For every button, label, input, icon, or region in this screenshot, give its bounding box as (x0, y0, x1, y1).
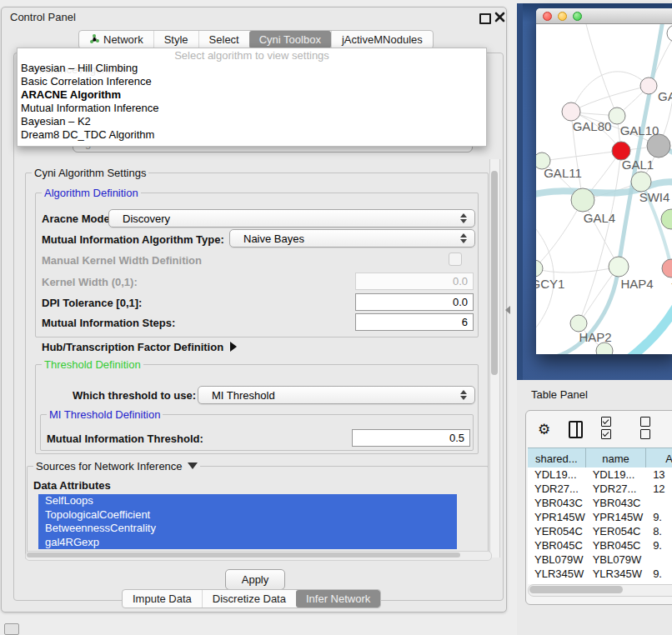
network-node[interactable] (536, 260, 543, 277)
network-node[interactable] (631, 172, 651, 192)
table-cell: YLR345W (528, 567, 586, 581)
network-node[interactable] (647, 134, 670, 158)
which-threshold-select[interactable]: MI Threshold (198, 386, 475, 404)
deselect-all-icon[interactable] (640, 417, 661, 442)
network-icon (89, 33, 100, 47)
network-node[interactable] (609, 257, 629, 277)
scrollbar-thumb[interactable] (27, 552, 460, 558)
network-node[interactable] (562, 102, 580, 121)
float-window-icon[interactable] (479, 13, 491, 24)
table-row[interactable]: YLR345WYLR345W9. (528, 567, 672, 581)
split-pane-handle-icon[interactable] (505, 306, 510, 314)
minimize-traffic-light-icon[interactable] (558, 12, 567, 21)
close-icon[interactable] (494, 12, 505, 22)
table-cell: 9. (646, 538, 672, 552)
network-edge[interactable] (542, 151, 621, 161)
column-header[interactable]: shared... (528, 448, 586, 468)
mi-threshold-field[interactable] (352, 429, 470, 447)
network-edge[interactable] (586, 24, 617, 116)
column-header[interactable]: A (646, 448, 672, 468)
table-row[interactable]: YBR043CYBR043C (528, 496, 672, 510)
algorithm-option[interactable]: Bayesian – Hill Climbing (21, 62, 483, 75)
tab-impute-data[interactable]: Impute Data (123, 590, 202, 608)
collapse-down-icon[interactable] (188, 462, 198, 469)
table-row[interactable]: YBR045CYBR045C9. (528, 538, 672, 552)
apply-button[interactable]: Apply (225, 569, 285, 590)
algorithm-option[interactable]: Basic Correlation Inference (21, 75, 483, 88)
attribute-item[interactable]: BetweennessCentrality (38, 522, 457, 536)
network-node[interactable] (571, 188, 594, 212)
minimized-panel-icon[interactable] (4, 623, 19, 635)
network-edge[interactable] (579, 151, 621, 323)
settings-horizontal-scrollbar[interactable] (25, 551, 492, 561)
table-row[interactable]: YPR145WYPR145W9. (528, 510, 672, 524)
control-panel-tabs: Network Style Select Cyni Toolbox jActiv… (78, 30, 434, 49)
attribute-item[interactable]: gal4RGexp (38, 536, 457, 550)
data-attributes-list: SelfLoopsTopologicalCoefficientBetweenne… (38, 494, 457, 549)
network-edge[interactable] (536, 200, 583, 268)
settings-vertical-scrollbar[interactable] (489, 159, 500, 558)
table-horizontal-scrollbar[interactable] (528, 584, 672, 597)
network-canvas[interactable]: GALGAL80GAL10GAL1GAL11SWI4GAL4GCY1HAP4YH… (536, 24, 672, 354)
algorithm-option[interactable]: Mutual Information Inference (21, 102, 483, 115)
network-node[interactable] (570, 315, 587, 332)
tab-style[interactable]: Style (153, 31, 198, 48)
mi-steps-label: Mutual Information Steps: (42, 317, 175, 329)
network-window-titlebar[interactable] (536, 8, 672, 24)
mi-steps-field[interactable] (355, 313, 474, 331)
kernel-width-label: Kernel Width (0,1): (42, 276, 138, 288)
tab-cyni-toolbox[interactable]: Cyni Toolbox (249, 31, 331, 48)
table-cell: 8. (646, 524, 672, 538)
hub-definition-toggle[interactable]: Hub/Transcription Factor Definition (42, 341, 237, 353)
scrollbar-thumb[interactable] (529, 586, 623, 593)
table-cell (646, 496, 672, 510)
zoom-traffic-light-icon[interactable] (573, 12, 582, 21)
dpi-tolerance-field[interactable] (355, 293, 474, 311)
network-node[interactable] (640, 78, 657, 94)
tab-jactivemnodules[interactable]: jActiveMNodules (331, 31, 433, 48)
algorithm-option[interactable]: Bayesian – K2 (21, 115, 483, 128)
network-node[interactable] (596, 342, 613, 354)
table-cell: YBR045C (528, 538, 586, 552)
expand-right-icon (230, 342, 237, 352)
table-row[interactable]: YDR27...YDR27...12 (528, 482, 672, 496)
select-all-icon[interactable] (601, 417, 622, 442)
window-title: Control Panel (10, 11, 76, 23)
table-cell: YDL19... (586, 468, 646, 482)
attribute-item[interactable]: TopologicalCoefficient (38, 508, 457, 522)
table-row[interactable]: YDL19...YDL19...13 (528, 468, 672, 482)
which-threshold-label: Which threshold to use: (73, 389, 196, 402)
tab-select[interactable]: Select (198, 31, 249, 48)
dpi-tolerance-label: DPI Tolerance [0,1]: (42, 297, 142, 309)
columns-icon[interactable] (569, 421, 583, 438)
network-edge[interactable] (536, 267, 619, 272)
tab-discretize-data[interactable]: Discretize Data (202, 590, 296, 608)
network-node[interactable] (661, 209, 672, 229)
table-cell: 9. (646, 567, 672, 581)
column-header[interactable]: name (586, 448, 647, 468)
mi-type-label: Mutual Information Algorithm Type: (42, 233, 224, 246)
network-edge[interactable] (571, 72, 649, 112)
network-node[interactable] (667, 25, 672, 42)
node-table-window: ⚙ shared...nameA YDL19...YDL19...13YDR27… (525, 410, 672, 605)
aracne-mode-select[interactable]: Discovery (108, 209, 475, 228)
control-panel-window: Control Panel Network Style Select Cyni … (1, 7, 507, 612)
gear-icon[interactable]: ⚙ (538, 422, 550, 437)
table-panel-title: Table Panel (531, 388, 588, 401)
tab-network[interactable]: Network (79, 31, 153, 48)
scrollbar-thumb[interactable] (491, 171, 498, 375)
mi-type-select[interactable]: Naive Bayes (229, 229, 475, 248)
kernel-width-field[interactable] (355, 272, 474, 290)
close-traffic-light-icon[interactable] (543, 12, 552, 21)
table-row[interactable]: YBL079WYBL079W (528, 552, 672, 567)
algorithm-option[interactable]: ARACNE Algorithm (21, 88, 483, 102)
node-label: HAP4 (620, 277, 653, 291)
attribute-item[interactable]: SelfLoops (38, 494, 457, 508)
table-cell: 9. (646, 510, 672, 524)
network-node[interactable] (662, 259, 672, 278)
table-row[interactable]: YER054CYER054C8. (528, 524, 672, 538)
algorithm-option[interactable]: Dream8 DC_TDC Algorithm (21, 128, 483, 142)
node-label: SWI4 (639, 190, 670, 204)
manual-kernel-checkbox[interactable] (449, 252, 462, 266)
tab-infer-network[interactable]: Infer Network (296, 590, 380, 608)
